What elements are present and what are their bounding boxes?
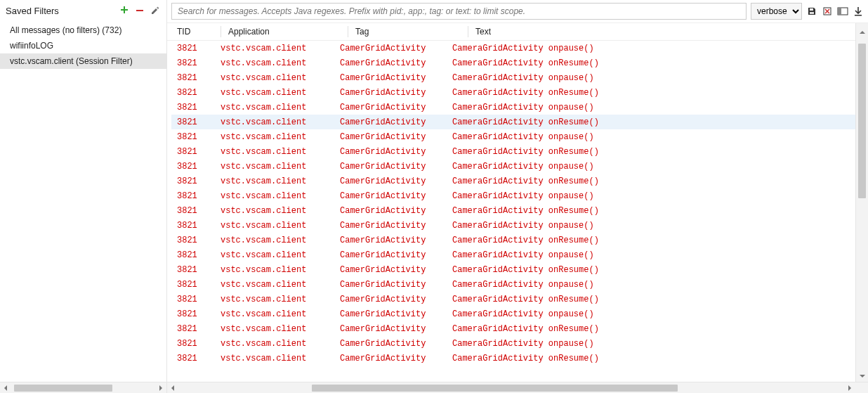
scrollbar-corner [855,382,868,394]
log-cell-tag: CamerGridActivity [340,103,452,112]
log-cell-app: vstc.vscam.client [221,324,340,334]
saved-filters-title: Saved Filters [6,6,119,16]
col-divider[interactable] [468,26,468,37]
log-row[interactable]: 3821vstc.vscam.clientCamerGridActivityCa… [171,307,855,321]
add-filter-icon[interactable] [119,5,130,16]
log-cell-tag: CamerGridActivity [340,236,452,245]
log-row[interactable]: 3821vstc.vscam.clientCamerGridActivityCa… [171,218,855,233]
log-cell-tag: CamerGridActivity [340,339,452,349]
logcat-panel: verbosedebuginfowarnerrorassert TID Appl [167,0,868,393]
saved-filters-header: Saved Filters [0,0,166,21]
svg-rect-6 [855,15,862,16]
log-cell-text: CameraGridActivity onpause() [452,250,855,260]
log-cell-tid: 3821 [171,206,221,216]
log-cell-app: vstc.vscam.client [221,250,340,260]
filter-item[interactable]: wifiinfoLOG [0,38,166,53]
col-header-app[interactable]: Application [228,27,348,37]
log-row[interactable]: 3821vstc.vscam.clientCamerGridActivityCa… [171,41,855,56]
app-root: Saved Filters All messages (no filters) … [0,0,868,393]
log-row[interactable]: 3821vstc.vscam.clientCamerGridActivityCa… [171,247,855,262]
filter-item[interactable]: vstc.vscam.client (Session Filter) [0,53,166,69]
log-row[interactable]: 3821vstc.vscam.clientCamerGridActivityCa… [171,262,855,277]
log-row[interactable]: 3821vstc.vscam.clientCamerGridActivityCa… [171,56,855,70]
scroll-left-icon[interactable] [167,382,178,394]
scroll-lock-icon[interactable] [853,6,864,17]
filter-item[interactable]: All messages (no filters) (732) [0,22,166,38]
scroll-right-icon[interactable] [844,382,855,394]
log-row[interactable]: 3821vstc.vscam.clientCamerGridActivityCa… [171,115,855,129]
log-cell-app: vstc.vscam.client [221,73,340,83]
logcat-toolbar: verbosedebuginfowarnerrorassert [167,0,868,22]
log-cell-text: CameraGridActivity onResume() [452,324,855,334]
log-cell-tid: 3821 [171,58,221,68]
log-row[interactable]: 3821vstc.vscam.clientCamerGridActivityCa… [171,129,855,144]
v-thumb[interactable] [858,44,866,198]
filter-list: All messages (no filters) (732)wifiinfoL… [0,21,166,382]
log-row[interactable]: 3821vstc.vscam.clientCamerGridActivityCa… [171,144,855,159]
log-cell-app: vstc.vscam.client [221,162,340,172]
log-cell-app: vstc.vscam.client [221,103,340,112]
log-cell-tag: CamerGridActivity [340,73,452,83]
log-row[interactable]: 3821vstc.vscam.clientCamerGridActivityCa… [171,292,855,307]
scroll-down-icon[interactable] [856,371,868,382]
log-cell-app: vstc.vscam.client [221,191,340,201]
log-cell-text: CameraGridActivity onResume() [452,147,855,157]
log-cell-tid: 3821 [171,354,221,363]
svg-rect-0 [136,10,143,11]
log-cell-app: vstc.vscam.client [221,147,340,157]
log-cell-tag: CamerGridActivity [340,117,452,127]
log-area: 3821vstc.vscam.clientCamerGridActivityCa… [167,41,868,382]
log-row[interactable]: 3821vstc.vscam.clientCamerGridActivityCa… [171,159,855,174]
log-row[interactable]: 3821vstc.vscam.clientCamerGridActivityCa… [171,100,855,115]
scroll-up-icon[interactable] [855,23,868,41]
log-cell-text: CameraGridActivity onResume() [452,206,855,216]
log-cell-tid: 3821 [171,295,221,304]
right-h-thumb[interactable] [312,385,678,392]
log-cell-app: vstc.vscam.client [221,88,340,98]
log-level-select[interactable]: verbosedebuginfowarnerrorassert [751,3,802,20]
log-cell-text: CameraGridActivity onpause() [452,73,855,83]
log-row[interactable]: 3821vstc.vscam.clientCamerGridActivityCa… [171,203,855,218]
log-cell-tag: CamerGridActivity [340,354,452,363]
toggle-panel-icon[interactable] [837,6,848,17]
v-scrollbar[interactable] [855,41,868,382]
left-h-scrollbar[interactable] [0,382,166,393]
log-cell-text: CameraGridActivity onpause() [452,339,855,349]
remove-filter-icon[interactable] [134,5,145,16]
col-header-text[interactable]: Text [475,27,868,37]
log-cell-tid: 3821 [171,162,221,172]
log-row[interactable]: 3821vstc.vscam.clientCamerGridActivityCa… [171,321,855,336]
column-headers: TID Application Tag Text [167,22,868,41]
col-divider[interactable] [221,26,221,37]
right-h-scrollbar[interactable] [167,382,868,393]
log-cell-text: CameraGridActivity onpause() [452,44,855,53]
search-input[interactable] [171,3,747,20]
log-row[interactable]: 3821vstc.vscam.clientCamerGridActivityCa… [171,70,855,85]
clear-log-icon[interactable] [822,6,833,17]
scroll-right-icon[interactable] [155,382,166,394]
col-header-tid[interactable]: TID [171,27,221,37]
log-cell-tag: CamerGridActivity [340,44,452,53]
log-row[interactable]: 3821vstc.vscam.clientCamerGridActivityCa… [171,233,855,247]
edit-filter-icon[interactable] [150,5,161,16]
scroll-left-icon[interactable] [0,382,11,394]
log-cell-text: CameraGridActivity onResume() [452,236,855,245]
log-cell-tid: 3821 [171,236,221,245]
log-cell-tid: 3821 [171,103,221,112]
log-row[interactable]: 3821vstc.vscam.clientCamerGridActivityCa… [171,351,855,366]
log-row[interactable]: 3821vstc.vscam.clientCamerGridActivityCa… [171,85,855,100]
log-row[interactable]: 3821vstc.vscam.clientCamerGridActivityCa… [171,336,855,351]
log-cell-app: vstc.vscam.client [221,236,340,245]
log-cell-tag: CamerGridActivity [340,221,452,231]
save-log-icon[interactable] [806,6,817,17]
col-divider[interactable] [348,26,348,37]
log-row[interactable]: 3821vstc.vscam.clientCamerGridActivityCa… [171,277,855,292]
log-row[interactable]: 3821vstc.vscam.clientCamerGridActivityCa… [171,174,855,188]
log-cell-tag: CamerGridActivity [340,280,452,290]
log-row[interactable]: 3821vstc.vscam.clientCamerGridActivityCa… [171,188,855,203]
left-h-thumb[interactable] [14,385,112,392]
col-header-tag[interactable]: Tag [355,27,468,37]
log-cell-app: vstc.vscam.client [221,265,340,275]
log-rows[interactable]: 3821vstc.vscam.clientCamerGridActivityCa… [167,41,855,382]
log-cell-tag: CamerGridActivity [340,132,452,142]
